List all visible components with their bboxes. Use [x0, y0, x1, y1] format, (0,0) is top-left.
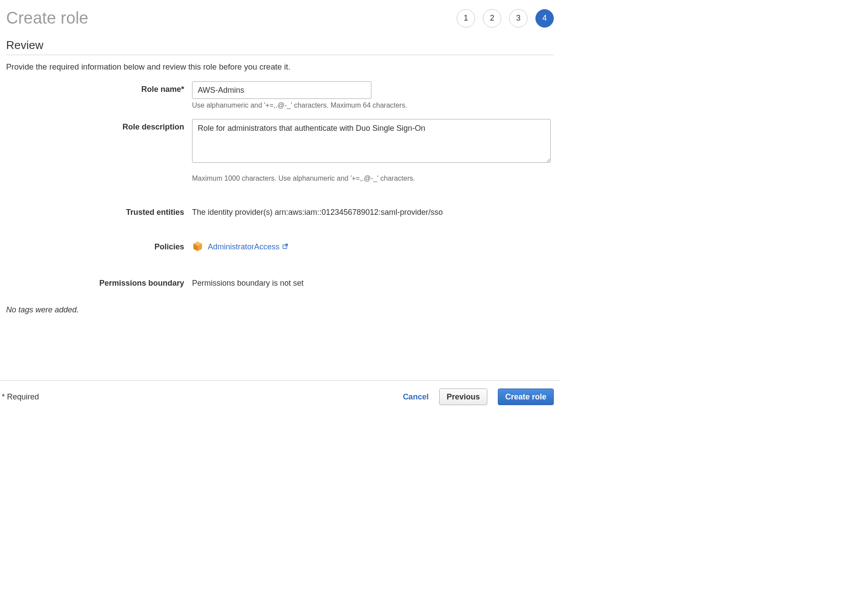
required-note: * Required: [2, 392, 39, 402]
role-description-hint: Maximum 1000 characters. Use alphanumeri…: [192, 175, 554, 182]
role-description-label: Role description: [6, 119, 192, 182]
permissions-boundary-value: Permissions boundary is not set: [192, 275, 554, 288]
create-role-button[interactable]: Create role: [498, 388, 554, 405]
policy-name: AdministratorAccess: [208, 242, 280, 252]
previous-button[interactable]: Previous: [439, 388, 487, 405]
wizard-step-2[interactable]: 2: [483, 9, 501, 28]
wizard-step-3[interactable]: 3: [509, 9, 528, 28]
role-description-input[interactable]: [192, 119, 551, 163]
role-name-label: Role name*: [6, 81, 192, 109]
cancel-button[interactable]: Cancel: [403, 392, 429, 402]
no-tags-note: No tags were added.: [6, 305, 554, 315]
policy-box-icon: [192, 241, 203, 253]
policies-label: Policies: [6, 239, 192, 253]
trusted-entities-value: The identity provider(s) arn:aws:iam::01…: [192, 204, 554, 217]
divider: [6, 55, 554, 55]
role-name-input[interactable]: [192, 81, 371, 99]
wizard-step-1[interactable]: 1: [457, 9, 475, 28]
wizard-step-4[interactable]: 4: [535, 9, 554, 28]
external-link-icon: [282, 242, 288, 252]
intro-text: Provide the required information below a…: [6, 62, 554, 72]
permissions-boundary-label: Permissions boundary: [6, 275, 192, 288]
trusted-entities-label: Trusted entities: [6, 204, 192, 217]
role-name-hint: Use alphanumeric and '+=,.@-_' character…: [192, 102, 554, 109]
page-title: Create role: [6, 9, 88, 28]
policy-link[interactable]: AdministratorAccess: [208, 242, 288, 252]
subheading: Review: [6, 38, 554, 52]
wizard-steps: 1 2 3 4: [457, 9, 554, 28]
